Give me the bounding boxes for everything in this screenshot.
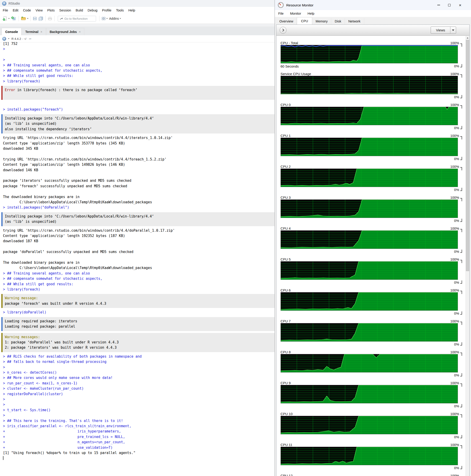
scale-bottom-bracket [460, 342, 462, 345]
resmon-menu-item-monitor[interactable]: Monitor [289, 11, 304, 16]
pane-layout-button[interactable] [101, 15, 109, 22]
menu-item-session[interactable]: Session [57, 8, 73, 13]
resmon-app-icon [278, 2, 284, 8]
new-project-button[interactable]: R [10, 15, 17, 22]
highlighted-text: Error [5, 88, 15, 92]
chevron-right-icon [281, 29, 284, 32]
scale-bottom-label: 0% [454, 435, 462, 439]
minimize-button[interactable] [433, 1, 444, 9]
menu-item-edit[interactable]: Edit [10, 8, 21, 13]
resmon-tab-cpu[interactable]: CPU [297, 17, 312, 24]
scroll-up-icon [467, 37, 469, 38]
save-icon [33, 17, 37, 21]
scale-bottom-label: 0% [454, 281, 462, 284]
cpu-7-graph [281, 323, 458, 342]
new-file-icon [2, 16, 8, 21]
graph-section-cpu-8: CPU 8100%0% [281, 349, 462, 377]
scale-top-value: 100% [450, 443, 459, 447]
resmon-tab-memory[interactable]: Memory [312, 18, 331, 24]
console-line: > [3, 365, 274, 370]
menu-item-plots[interactable]: Plots [45, 8, 57, 13]
maximize-button[interactable] [444, 1, 455, 9]
console-line: > ## While still get good results: [3, 282, 274, 287]
print-button[interactable] [47, 15, 53, 22]
addins-button[interactable]: Addins [109, 15, 122, 22]
pane-gap [0, 24, 274, 27]
graph-label-row: CPU 10100% [281, 411, 462, 416]
new-file-button[interactable] [2, 15, 10, 22]
goto-arrow-icon [60, 17, 63, 20]
tab-background-jobs[interactable]: Background Jobs× [46, 28, 84, 35]
scale-top-value: 100% [450, 165, 459, 169]
graph-footer-row: 0% [281, 465, 462, 470]
menu-item-debug[interactable]: Debug [85, 8, 100, 13]
scale-bottom-label: 0% [454, 404, 462, 408]
scale-bottom-bracket [460, 466, 462, 469]
scale-top-label: 100% [450, 257, 462, 261]
scale-top-bracket [460, 105, 462, 108]
menu-item-profile[interactable]: Profile [100, 8, 114, 13]
open-in-window-icon[interactable]: ➦ [29, 37, 32, 40]
scale-bottom-label: 0% [454, 250, 462, 254]
menu-item-code[interactable]: Code [21, 8, 33, 13]
console-line: Installing package into ‘C:/Users/lebon/… [5, 214, 274, 219]
graph-label-row: CPU 0100% [281, 102, 462, 107]
console-line: > iris_classifier_parallel <- rlcs_train… [3, 424, 274, 429]
graph-label: CPU 2 [281, 165, 291, 169]
close-button[interactable]: × [455, 1, 466, 9]
console-line: + n_agents=run_par_count, [3, 440, 274, 445]
resmon-menu-item-help[interactable]: Help [307, 11, 317, 16]
graph-label-row: CPU 12100% [281, 473, 462, 476]
console-line: [1] "Using foreach() %dopar% to train up… [3, 450, 274, 456]
open-file-button[interactable] [20, 15, 29, 22]
cpu-1-graph [281, 138, 458, 156]
console-output[interactable]: [1] 752> >> ## Training several agents, … [0, 42, 274, 461]
close-tab-icon[interactable]: × [79, 30, 81, 34]
resmon-tab-disk[interactable]: Disk [331, 18, 345, 24]
scale-bottom-bracket [460, 373, 462, 376]
scale-top-bracket [460, 229, 462, 232]
tab-console[interactable]: Console [2, 28, 21, 35]
resmon-tab-overview[interactable]: Overview [276, 18, 297, 24]
save-button[interactable] [32, 15, 37, 22]
scale-bottom-bracket [460, 188, 462, 191]
scrollbar-up-button[interactable] [466, 36, 469, 40]
console-line: The downloaded binary packages are in [3, 260, 274, 265]
graph-footer-row: 0% [281, 434, 462, 439]
scale-top-value: 100% [450, 134, 459, 138]
console-line [3, 456, 274, 461]
new-project-icon: R [11, 16, 17, 21]
scale-top-label: 100% [450, 381, 462, 385]
expand-graphs-button[interactable] [280, 27, 287, 34]
console-line: > ## Training several agents, one can al… [3, 271, 274, 276]
tab-terminal[interactable]: Terminal× [21, 28, 46, 35]
menu-item-build[interactable]: Build [73, 8, 85, 13]
resmon-menu-item-file[interactable]: File [278, 11, 286, 16]
scale-top-value: 100% [450, 103, 459, 107]
menu-item-file[interactable]: File [0, 8, 10, 13]
scale-top-value: 100% [450, 381, 459, 385]
svg-text:R: R [13, 18, 15, 20]
views-button[interactable]: Views [431, 27, 456, 34]
cpu-10-graph [281, 416, 458, 434]
menu-item-tools[interactable]: Tools [114, 8, 126, 13]
rstudio-toolbar: R Go to file/function [0, 14, 274, 24]
r-session-caret-icon[interactable] [8, 38, 9, 39]
console-line: > t_start <- Sys.time() [3, 408, 274, 413]
goto-file-function-input[interactable]: Go to file/function [58, 16, 96, 21]
resmon-tab-network[interactable]: Network [345, 18, 364, 24]
save-all-button[interactable] [37, 15, 44, 22]
graph-label-row: CPU 4100% [281, 225, 462, 230]
graphs-scrollbar[interactable] [466, 36, 469, 476]
r-logo-icon: R [2, 37, 6, 41]
close-tab-icon[interactable]: × [41, 30, 42, 34]
views-caret[interactable] [450, 27, 456, 34]
scale-top-bracket [460, 44, 462, 47]
console-cursor[interactable] [3, 456, 3, 460]
menu-item-help[interactable]: Help [126, 8, 138, 13]
scale-top-label: 100% [450, 165, 462, 169]
scrollbar-thumb[interactable] [466, 40, 469, 271]
graph-label: CPU 4 [281, 226, 291, 230]
menu-item-view[interactable]: View [33, 8, 45, 13]
console-line: package ‘doParallel’ successfully unpack… [3, 249, 274, 255]
